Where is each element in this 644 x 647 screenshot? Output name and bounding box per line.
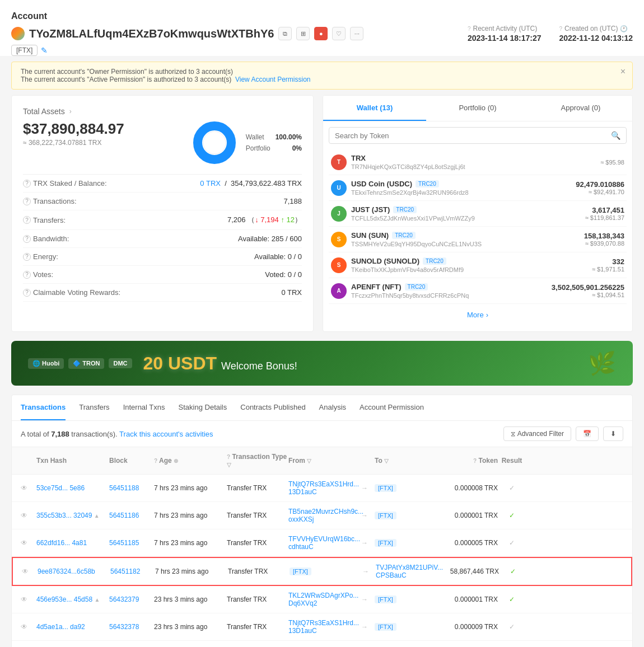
txn-tab-analysis[interactable]: Analysis	[319, 395, 346, 420]
main-content: Total Assets › $37,890,884.97 ≈ 368,222,…	[0, 95, 644, 332]
heart-icon[interactable]: ♡	[332, 27, 346, 40]
from-link[interactable]: TB5nae2MuvrzCHsh9c... oxxKXSj	[288, 508, 363, 523]
txn-tab-transactions[interactable]: Transactions	[21, 395, 66, 420]
staked-value: 0 TRX / 354,793,622.483 TRX	[124, 179, 302, 187]
txn-tab-transfers[interactable]: Transfers	[79, 395, 109, 420]
huobi-logo: 🌐 Huobi	[28, 358, 64, 369]
calendar-button[interactable]: 📅	[576, 426, 599, 441]
row-type: Transfer TRX	[227, 539, 288, 547]
row-eye-icon[interactable]: 👁	[22, 568, 38, 575]
from-link[interactable]: TKL2WRwSDAgrXPo... Dq6XVq2	[288, 592, 358, 607]
qr-icon[interactable]: ⊞	[296, 27, 310, 40]
token-address: TR7NHqjeKQxGTCi8q8ZY4pL8otSzgjLj6t	[351, 163, 596, 170]
token-row: T TRX TR7NHqjeKQxGTCi8q8ZY4pL8otSzgjLj6t…	[329, 149, 627, 175]
row-eye-icon[interactable]: 👁	[21, 539, 36, 547]
view-permission-link[interactable]: View Account Permission	[235, 76, 311, 83]
to-filter-icon[interactable]: ▽	[384, 458, 389, 464]
row-eye-icon[interactable]: 👁	[21, 484, 36, 492]
transactions-label: Transactions:	[33, 197, 77, 205]
chart-icon[interactable]: ●	[314, 27, 328, 40]
created-label: Created on (UTC)	[564, 25, 618, 32]
row-eye-icon[interactable]: 👁	[21, 623, 36, 631]
row-age: 7 hrs 23 mins ago	[155, 568, 228, 575]
table-row: 👁 9ee876324...6c58b 56451182 7 hrs 23 mi…	[12, 557, 632, 586]
token-usd: ≈ $939,070.88	[584, 240, 624, 247]
from-link[interactable]: TNjtQ7Rs3EaXS1Hrd... 13D1auC	[288, 619, 359, 635]
calendar-icon: 📅	[583, 430, 591, 438]
track-link[interactable]: Track this account's activities	[119, 430, 213, 438]
block-link[interactable]: 56451185	[109, 539, 139, 547]
type-help-icon[interactable]: ?	[227, 454, 230, 460]
token-info: JUST (JST) TRC20 TCFLL5dx5ZJdKnWuesXxi1V…	[351, 205, 581, 222]
row-eye-icon[interactable]: 👁	[21, 512, 36, 519]
toolbar-right: ⧖ Advanced Filter 📅 ⬇	[503, 426, 623, 441]
token-help-icon[interactable]: ?	[473, 458, 477, 464]
age-help-icon[interactable]: ?	[154, 458, 157, 464]
row-hash: 9ee876324...6c58b	[38, 568, 110, 575]
txn-tab-internal-txns[interactable]: Internal Txns	[123, 395, 165, 420]
total-assets-arrow-icon[interactable]: ›	[69, 107, 72, 115]
from-link[interactable]: TFVVHyEVUrqW16bc... cdhtauC	[288, 535, 360, 551]
staked-link[interactable]: 0 TRX	[200, 179, 221, 187]
table-row: 👁 ecaafea9b... fae4 56432375 23 hrs 4 mi…	[12, 641, 632, 647]
created-help-icon[interactable]: ?	[559, 26, 562, 32]
notice-close-icon[interactable]: ×	[620, 67, 626, 77]
advanced-filter-button[interactable]: ⧖ Advanced Filter	[503, 426, 571, 441]
block-link[interactable]: 56432378	[109, 623, 139, 631]
banner-text: Welcome Bonus!	[221, 360, 297, 372]
type-filter-icon[interactable]: ▽	[227, 462, 231, 468]
from-filter-icon[interactable]: ▽	[307, 458, 311, 464]
staked-help-icon[interactable]: ?	[23, 180, 31, 187]
download-button[interactable]: ⬇	[603, 426, 623, 441]
txn-tab-staking-details[interactable]: Staking Details	[179, 395, 227, 420]
block-link[interactable]: 56432379	[109, 596, 139, 603]
hash-link[interactable]: 662dfd16... 4a81	[36, 539, 87, 547]
tab-portfolio[interactable]: Portfolio (0)	[426, 96, 529, 121]
txn-tab-contracts-published[interactable]: Contracts Published	[240, 395, 305, 420]
row-eye-icon[interactable]: 👁	[21, 596, 36, 603]
from-link[interactable]: TNjtQ7Rs3EaXS1Hrd... 13D1auC	[288, 480, 359, 496]
transfers-up: ↑ 12	[281, 215, 295, 224]
copy-icon[interactable]: ⧉	[278, 27, 292, 40]
energy-help-icon[interactable]: ?	[23, 253, 31, 261]
token-name: SUN (SUN)	[351, 231, 389, 240]
promo-banner[interactable]: 🌐 Huobi 🔷 TRON DMC 20 USDT Welcome Bonus…	[11, 341, 633, 386]
age-filter-icon[interactable]: ⊗	[174, 458, 178, 464]
to-link[interactable]: TVJPAtYx8M21UPiV... CPSBauC	[376, 564, 443, 579]
token-list: T TRX TR7NHqjeKQxGTCi8q8ZY4pL8otSzgjLj6t…	[329, 149, 627, 304]
recent-activity-help-icon[interactable]: ?	[468, 26, 471, 32]
more-chevron-icon: ›	[486, 311, 488, 319]
row-result: ✓	[499, 568, 527, 575]
block-link[interactable]: 56451188	[109, 484, 139, 492]
row-hash: 4d5ae1a... da92	[36, 623, 109, 631]
edit-tag-icon[interactable]: ✎	[41, 46, 48, 55]
hash-link[interactable]: 9ee876324...6c58b	[38, 568, 95, 575]
block-link[interactable]: 56451182	[110, 568, 140, 575]
votes-help-icon[interactable]: ?	[23, 271, 31, 279]
hash-link[interactable]: 456e953e... 45d58	[36, 596, 92, 603]
row-arrow-icon: →	[361, 539, 375, 547]
row-token: 0.000008 TRX	[447, 484, 498, 492]
txn-tab-account-permission[interactable]: Account Permission	[360, 395, 424, 420]
tab-approval[interactable]: Approval (0)	[529, 96, 632, 121]
hash-link[interactable]: 355c53b3... 32049	[36, 512, 92, 519]
row-type: Transfer TRX	[227, 484, 288, 492]
transfers-help-icon[interactable]: ?	[23, 216, 31, 224]
token-usd: ≈ $1,971.51	[592, 266, 624, 273]
bandwidth-help-icon[interactable]: ?	[23, 235, 31, 243]
block-link[interactable]: 56451186	[109, 512, 139, 519]
token-search-input[interactable]	[335, 132, 608, 140]
more-icon[interactable]: ···	[350, 27, 363, 40]
row-type: Transfer TRX	[228, 568, 290, 575]
hash-link[interactable]: 53ce75d... 5e86	[36, 484, 85, 492]
staked-total: 354,793,622.483 TRX	[231, 179, 302, 187]
claimable-help-icon[interactable]: ?	[23, 289, 31, 297]
notice-line1: The current account's "Owner Permission"…	[21, 68, 623, 76]
more-link[interactable]: More ›	[329, 304, 627, 326]
result-icon: ✓	[510, 568, 516, 575]
token-address: TFczxzPhnThN5qr5by8tvxsdCFRRz6cPNq	[351, 292, 547, 299]
tab-wallet[interactable]: Wallet (13)	[323, 96, 426, 121]
transactions-help-icon[interactable]: ?	[23, 198, 31, 205]
hash-link[interactable]: 4d5ae1a... da92	[36, 623, 85, 631]
row-age: 7 hrs 23 mins ago	[154, 512, 227, 519]
